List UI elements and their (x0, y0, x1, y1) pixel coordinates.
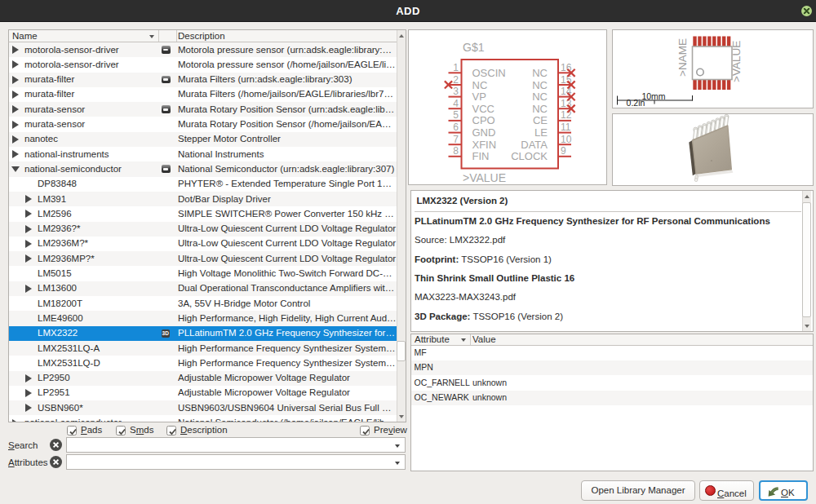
svg-text:VCC: VCC (472, 103, 494, 115)
svg-text:2: 2 (453, 74, 459, 86)
svg-text:>NAME: >NAME (676, 38, 689, 77)
svg-text:>VALUE: >VALUE (463, 171, 506, 184)
svg-text:12: 12 (561, 109, 572, 121)
svg-text:CE: CE (533, 114, 548, 126)
svg-text:FIN: FIN (472, 150, 490, 162)
svg-text:CLOCK: CLOCK (511, 150, 548, 162)
svg-text:NC: NC (532, 67, 548, 79)
svg-text:G$1: G$1 (463, 41, 485, 54)
svg-text:DATA: DATA (521, 139, 548, 151)
svg-text:8: 8 (453, 145, 459, 157)
svg-text:NC: NC (532, 79, 548, 91)
svg-text:9: 9 (561, 145, 566, 157)
svg-text:OSCIN: OSCIN (472, 67, 506, 79)
svg-text:NC: NC (472, 79, 488, 91)
svg-text:11: 11 (561, 122, 571, 133)
svg-text:XFIN: XFIN (472, 139, 497, 151)
svg-text:VP: VP (472, 91, 486, 103)
svg-text:3: 3 (453, 86, 459, 97)
svg-text:5: 5 (453, 109, 459, 121)
svg-text:1: 1 (453, 62, 459, 73)
svg-text:6: 6 (453, 122, 459, 133)
svg-text:CPO: CPO (472, 114, 495, 126)
svg-text:4: 4 (453, 98, 459, 109)
svg-text:LE: LE (534, 126, 548, 139)
svg-text:10mm: 10mm (641, 91, 665, 101)
svg-text:>VALUE: >VALUE (730, 41, 743, 82)
svg-text:NC: NC (532, 91, 548, 103)
svg-text:NC: NC (532, 103, 548, 115)
svg-text:7: 7 (453, 134, 459, 145)
svg-text:10: 10 (561, 134, 572, 145)
svg-text:0.2in: 0.2in (627, 98, 645, 108)
svg-text:GND: GND (472, 126, 496, 139)
